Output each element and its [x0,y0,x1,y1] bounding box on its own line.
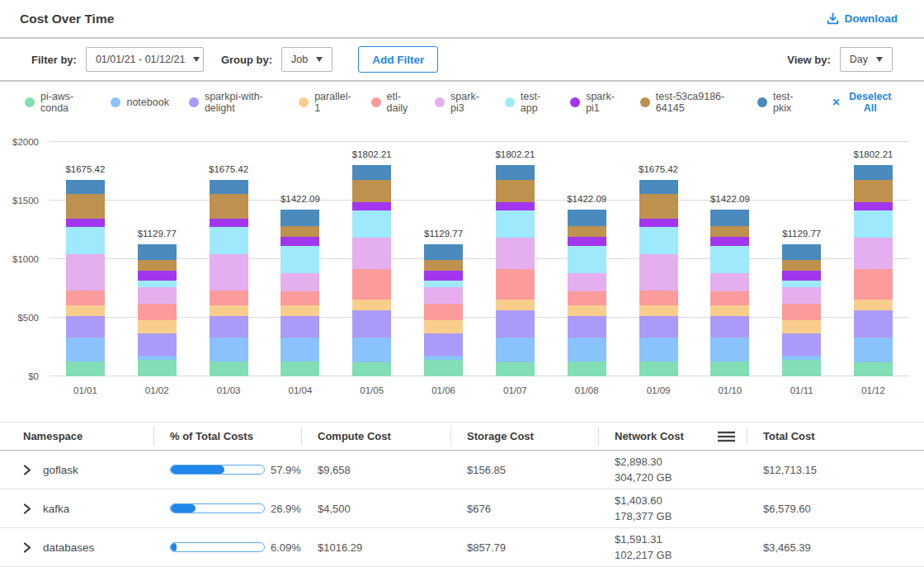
bar-segment-pi-aws-conda[interactable] [710,361,749,376]
expand-row-button[interactable] [22,542,32,553]
bar-segment-notebook[interactable] [496,338,535,362]
bar-segment-test-app[interactable] [496,210,535,238]
bar-segment-pi-aws-conda[interactable] [639,361,678,376]
bar-segment-pi-aws-conda[interactable] [496,362,535,376]
bar-segment-notebook[interactable] [854,338,893,362]
bar-segment-test-pkix[interactable] [782,244,821,260]
bar-segment-test-53ca9186-64145[interactable] [424,260,463,271]
bar-segment-sparkpi-with-delight[interactable] [710,316,749,338]
bar-segment-parallel-1[interactable] [66,305,105,316]
expand-row-button[interactable] [22,503,32,514]
bar-segment-sparkpi-with-delight[interactable] [854,310,893,337]
bar-segment-spark-pi3[interactable] [568,273,606,291]
download-button[interactable]: Download [822,12,903,26]
date-range-select[interactable]: 01/01/21 - 01/12/21 [86,47,204,72]
bar-segment-test-53ca9186-64145[interactable] [568,226,606,237]
bar-segment-pi-aws-conda[interactable] [352,362,391,376]
bar-segment-pi-aws-conda[interactable] [568,361,606,376]
bar-segment-pi-aws-conda[interactable] [210,361,248,376]
bar-segment-pi-aws-conda[interactable] [66,361,105,376]
bar-segment-spark-pi3[interactable] [639,254,678,290]
bar-segment-test-pkix[interactable] [639,180,678,194]
bar-segment-spark-pi1[interactable] [496,202,535,210]
bar-segment-etl-daily[interactable] [782,304,821,320]
bar-segment-test-pkix[interactable] [710,210,749,226]
bar-segment-parallel-1[interactable] [639,305,678,316]
bar-segment-sparkpi-with-delight[interactable] [782,333,821,356]
bar-segment-spark-pi1[interactable] [710,237,749,246]
bar-segment-test-app[interactable] [639,227,678,254]
legend-item-test-53ca9186-64145[interactable]: test-53ca9186-64145 [640,91,738,114]
bar-segment-etl-daily[interactable] [352,269,391,300]
bar-segment-test-pkix[interactable] [138,244,177,260]
bar-segment-notebook[interactable] [568,338,606,361]
bar-segment-test-app[interactable] [710,246,749,273]
column-menu-icon[interactable] [718,431,735,442]
bar-segment-notebook[interactable] [210,338,248,361]
bar-segment-sparkpi-with-delight[interactable] [639,316,678,338]
bar-segment-parallel-1[interactable] [352,300,391,310]
bar-segment-parallel-1[interactable] [782,320,821,333]
bar-segment-pi-aws-conda[interactable] [424,360,463,376]
bar-segment-spark-pi3[interactable] [496,238,535,269]
bar-segment-parallel-1[interactable] [710,305,749,316]
bar-segment-spark-pi1[interactable] [782,271,821,281]
bar-segment-test-pkix[interactable] [854,165,893,179]
bar-segment-parallel-1[interactable] [138,320,177,333]
bar-segment-etl-daily[interactable] [496,269,535,300]
bar-segment-parallel-1[interactable] [424,320,463,333]
bar-segment-spark-pi3[interactable] [138,287,177,304]
bar-segment-spark-pi3[interactable] [66,254,105,290]
bar-segment-pi-aws-conda[interactable] [138,360,177,376]
legend-item-notebook[interactable]: notebook [111,97,168,108]
bar-segment-notebook[interactable] [710,338,749,361]
bar-segment-spark-pi1[interactable] [352,202,391,210]
bar-segment-test-pkix[interactable] [280,210,319,226]
legend-item-test-pkix[interactable]: test-pkix [757,91,804,114]
bar-segment-pi-aws-conda[interactable] [280,361,319,376]
bar-segment-test-app[interactable] [138,281,177,287]
bar-segment-etl-daily[interactable] [639,291,678,305]
bar-segment-test-53ca9186-64145[interactable] [496,180,535,202]
bar-segment-test-app[interactable] [66,227,105,254]
bar-segment-notebook[interactable] [66,338,105,361]
legend-item-spark-pi1[interactable]: spark-pi1 [570,91,620,114]
legend-item-spark-pi3[interactable]: spark-pi3 [435,91,485,114]
bar-segment-test-53ca9186-64145[interactable] [210,194,248,219]
bar-segment-spark-pi1[interactable] [210,219,248,228]
bar-segment-spark-pi1[interactable] [424,271,463,281]
bar-segment-parallel-1[interactable] [568,305,606,316]
bar-segment-test-53ca9186-64145[interactable] [352,180,391,202]
bar-segment-notebook[interactable] [352,338,391,362]
bar-segment-etl-daily[interactable] [424,304,463,320]
expand-row-button[interactable] [22,465,32,475]
bar-segment-notebook[interactable] [280,338,319,361]
bar-segment-parallel-1[interactable] [496,300,535,310]
bar-segment-test-53ca9186-64145[interactable] [710,226,749,237]
bar-segment-spark-pi3[interactable] [352,238,391,269]
bar-segment-sparkpi-with-delight[interactable] [280,316,319,338]
legend-item-test-app[interactable]: test-app [505,91,550,114]
bar-segment-sparkpi-with-delight[interactable] [66,316,105,338]
legend-item-sparkpi-with-delight[interactable]: sparkpi-with-delight [189,91,279,114]
bar-segment-etl-daily[interactable] [280,291,319,305]
bar-segment-test-pkix[interactable] [568,210,606,226]
bar-segment-test-pkix[interactable] [496,165,535,179]
bar-segment-spark-pi3[interactable] [854,238,893,269]
bar-segment-spark-pi1[interactable] [138,271,177,281]
bar-segment-etl-daily[interactable] [138,304,177,320]
bar-segment-sparkpi-with-delight[interactable] [352,310,391,337]
add-filter-button[interactable]: Add Filter [358,46,438,73]
bar-segment-sparkpi-with-delight[interactable] [138,333,177,356]
bar-segment-parallel-1[interactable] [854,300,893,310]
bar-segment-spark-pi3[interactable] [782,287,821,304]
group-by-select[interactable]: Job [281,47,332,72]
bar-segment-test-pkix[interactable] [352,165,391,179]
bar-segment-sparkpi-with-delight[interactable] [568,316,606,338]
view-by-select[interactable]: Day [840,47,893,72]
bar-segment-test-53ca9186-64145[interactable] [138,260,177,271]
bar-segment-spark-pi3[interactable] [210,254,248,290]
legend-item-parallel-1[interactable]: parallel-1 [299,91,351,114]
bar-segment-test-app[interactable] [352,210,391,238]
bar-segment-test-pkix[interactable] [424,244,463,260]
